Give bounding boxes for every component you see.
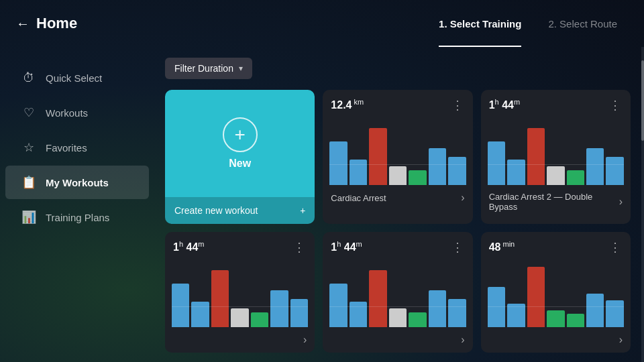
bar (488, 287, 505, 327)
sidebar-item-label: Quick Select (46, 72, 102, 84)
scrollbar-track (641, 47, 644, 362)
bar (389, 308, 407, 327)
main-layout: ⏱ Quick Select ♡ Workouts ☆ Favorites 📋 … (0, 47, 644, 362)
bar (369, 128, 386, 185)
bar (507, 160, 525, 185)
star-icon: ☆ (21, 140, 36, 155)
filter-label: Filter Duration (174, 63, 233, 74)
sidebar-item-my-workouts[interactable]: 📋 My Workouts (5, 166, 149, 199)
bar (290, 299, 308, 327)
bar (527, 267, 545, 327)
bar (191, 302, 209, 327)
content-area: Filter Duration ▾ + New Create new worko… (154, 47, 644, 362)
card-footer: Cardiac Arrest 2 — Double Bypass › (481, 185, 631, 219)
chart-area (323, 118, 472, 185)
back-button[interactable]: ← (16, 16, 30, 32)
bar (567, 170, 584, 185)
heart-icon: ♡ (21, 105, 36, 120)
card-header: 1h 44m ⋮ (323, 232, 472, 260)
chart-baseline (172, 306, 308, 307)
add-icon: + (300, 205, 305, 216)
bar (211, 270, 229, 327)
sidebar-item-training-plans[interactable]: 📊 Training Plans (5, 200, 149, 234)
more-menu-icon[interactable]: ⋮ (608, 98, 623, 113)
card-footer: › (481, 327, 631, 353)
card-duration: 12.4 km (331, 98, 364, 111)
filter-bar: Filter Duration ▾ (165, 58, 631, 79)
chart-area (481, 260, 631, 327)
bar (251, 312, 268, 327)
workout-card-4[interactable]: 1h 44m ⋮ › (323, 232, 472, 353)
bar (606, 157, 623, 185)
workout-name: Cardiac Arrest (331, 193, 386, 203)
card-header: 12.4 km ⋮ (323, 90, 472, 118)
sidebar-item-favorites[interactable]: ☆ Favorites (5, 131, 149, 164)
card-footer: › (323, 327, 472, 353)
card-header: 1h 44m ⋮ (165, 232, 315, 260)
workout-card-cardiac-arrest[interactable]: 12.4 km ⋮ Cardiac Arrest › (323, 90, 472, 224)
bar (429, 290, 446, 327)
clipboard-icon: 📋 (21, 175, 36, 190)
bar (586, 148, 604, 185)
bar (172, 284, 189, 327)
bar (350, 160, 367, 185)
header-steps: 1. Select Training 2. Select Route (425, 0, 631, 47)
create-workout-card[interactable]: + New Create new workout + (165, 90, 315, 224)
bar (547, 310, 564, 327)
step-select-training[interactable]: 1. Select Training (425, 0, 535, 47)
chart-baseline (329, 164, 466, 165)
scrollbar-thumb[interactable] (641, 60, 644, 141)
chart-baseline (329, 306, 466, 307)
sidebar-item-workouts[interactable]: ♡ Workouts (5, 96, 149, 129)
card-header: 1h 44m ⋮ (481, 90, 631, 118)
chart-icon: 📊 (21, 210, 36, 225)
more-menu-icon[interactable]: ⋮ (450, 98, 465, 113)
bar (507, 304, 525, 327)
card-duration: 48 min (489, 240, 515, 253)
chart-baseline (488, 164, 624, 165)
arrow-right-icon: › (461, 334, 464, 346)
sidebar-item-quick-select[interactable]: ⏱ Quick Select (5, 62, 149, 95)
arrow-right-icon: › (619, 196, 623, 208)
more-menu-icon[interactable]: ⋮ (292, 240, 307, 255)
more-menu-icon[interactable]: ⋮ (608, 240, 623, 255)
new-label: New (229, 158, 251, 170)
card-duration: 1h 44m (331, 240, 362, 253)
workout-name: Cardiac Arrest 2 — Double Bypass (489, 192, 619, 212)
page-title: Home (36, 15, 77, 32)
card-footer: › (165, 327, 315, 353)
more-menu-icon[interactable]: ⋮ (450, 240, 465, 255)
bar (448, 157, 466, 185)
bar (369, 270, 386, 327)
bar (231, 308, 248, 327)
card-duration: 1h 44m (173, 240, 204, 253)
bar (567, 314, 584, 327)
bar (547, 166, 564, 185)
workout-card-5[interactable]: 48 min ⋮ › (481, 232, 631, 353)
card-footer: Cardiac Arrest › (323, 185, 472, 210)
chevron-down-icon: ▾ (239, 64, 243, 73)
bar (409, 312, 426, 327)
sidebar-item-label: Training Plans (46, 212, 109, 223)
bar (409, 170, 426, 185)
header: ← Home 1. Select Training 2. Select Rout… (0, 0, 644, 47)
bar (350, 302, 367, 327)
filter-duration-button[interactable]: Filter Duration ▾ (165, 58, 252, 79)
sidebar: ⏱ Quick Select ♡ Workouts ☆ Favorites 📋 … (0, 47, 154, 362)
workout-card-3[interactable]: 1h 44m ⋮ › (165, 232, 315, 353)
bar (527, 128, 545, 185)
bar (586, 294, 604, 327)
workout-card-cardiac-arrest-2[interactable]: 1h 44m ⋮ Cardiac Arrest 2 — Double Bypas… (481, 90, 631, 224)
timer-icon: ⏱ (21, 71, 36, 85)
chart-area (481, 118, 631, 185)
bar (270, 290, 288, 327)
step-select-route[interactable]: 2. Select Route (535, 0, 631, 47)
bar (429, 148, 446, 185)
plus-circle-icon: + (223, 117, 258, 152)
workout-grid: + New Create new workout + 12.4 km ⋮ (165, 90, 631, 353)
header-left: ← Home (16, 15, 77, 32)
bar (606, 300, 623, 327)
create-workout-label: Create new workout (174, 205, 258, 216)
bar (448, 299, 466, 327)
chart-area (323, 260, 472, 327)
